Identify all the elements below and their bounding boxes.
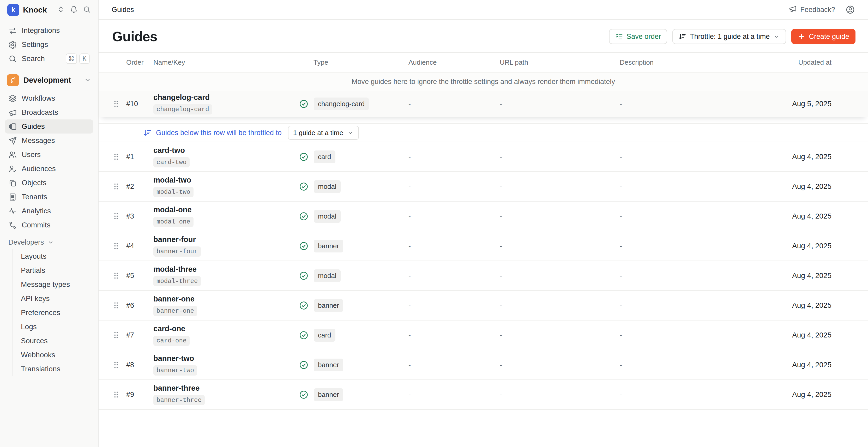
sidebar-item-users[interactable]: Users bbox=[5, 148, 93, 162]
sidebar-item-label: Workflows bbox=[22, 94, 55, 102]
drag-handle-icon[interactable] bbox=[112, 242, 126, 250]
notifications-icon[interactable] bbox=[70, 5, 78, 14]
environment-switcher[interactable]: Development bbox=[5, 72, 93, 88]
sidebar-item-preferences[interactable]: Preferences bbox=[13, 306, 93, 320]
guide-description: - bbox=[616, 100, 782, 108]
building-icon bbox=[8, 193, 17, 201]
sidebar-item-message-types[interactable]: Message types bbox=[13, 278, 93, 292]
save-order-button[interactable]: Save order bbox=[609, 29, 667, 44]
drag-handle-icon[interactable] bbox=[112, 331, 126, 340]
active-status-check-icon bbox=[299, 301, 309, 310]
sidebar-item-label: Tenants bbox=[22, 193, 47, 201]
guide-order: #1 bbox=[126, 153, 151, 161]
guide-row-banner-three[interactable]: #9banner-threebanner-threebanner---Aug 4… bbox=[99, 380, 868, 410]
throttle-divider-dropdown[interactable]: 1 guide at a time bbox=[288, 126, 359, 140]
guide-url-path: - bbox=[496, 331, 616, 339]
drag-handle-icon[interactable] bbox=[112, 390, 126, 399]
guide-updated-at: Aug 4, 2025 bbox=[792, 242, 832, 250]
create-guide-button[interactable]: Create guide bbox=[791, 29, 856, 44]
guide-updated-at: Aug 5, 2025 bbox=[792, 100, 832, 108]
guide-key-badge: modal-one bbox=[153, 217, 193, 227]
guide-name-cell: modal-twomodal-two bbox=[151, 176, 299, 197]
copy-icon bbox=[8, 179, 17, 187]
guide-order: #3 bbox=[126, 212, 151, 220]
guide-description: - bbox=[616, 272, 782, 280]
guide-row-modal-one[interactable]: #3modal-onemodal-onemodal---Aug 4, 2025 bbox=[99, 201, 868, 231]
guide-url-path: - bbox=[496, 272, 616, 280]
guides-page: Guides Save order Throttle: 1 guide at a… bbox=[99, 20, 868, 447]
guide-audience: - bbox=[404, 100, 496, 108]
workspace-name[interactable]: Knock bbox=[23, 5, 53, 14]
guide-type-badge: modal bbox=[314, 180, 341, 193]
drag-handle-icon[interactable] bbox=[112, 360, 126, 369]
sidebar-item-settings[interactable]: Settings bbox=[5, 37, 93, 52]
sidebar-item-label: Broadcasts bbox=[22, 108, 58, 117]
create-guide-label: Create guide bbox=[809, 33, 849, 41]
guide-description: - bbox=[616, 183, 782, 191]
sidebar-item-integrations[interactable]: Integrations bbox=[5, 24, 93, 37]
feedback-button[interactable]: Feedback? bbox=[789, 5, 835, 14]
sidebar-item-workflows[interactable]: Workflows bbox=[5, 91, 93, 105]
drag-handle-icon[interactable] bbox=[112, 301, 126, 310]
guide-row-banner-two[interactable]: #8banner-twobanner-twobanner---Aug 4, 20… bbox=[99, 350, 868, 380]
guide-updated-at: Aug 4, 2025 bbox=[792, 331, 832, 339]
sidebar-item-label: Message types bbox=[21, 280, 70, 289]
account-menu-button[interactable] bbox=[845, 5, 855, 14]
guide-name-cell: banner-onebanner-one bbox=[151, 295, 299, 316]
guide-row-banner-four[interactable]: #4banner-fourbanner-fourbanner---Aug 4, … bbox=[99, 231, 868, 261]
key-cap: ⌘ bbox=[66, 54, 77, 64]
guide-row-modal-two[interactable]: #2modal-twomodal-twomodal---Aug 4, 2025 bbox=[99, 172, 868, 201]
guide-order: #2 bbox=[126, 183, 151, 191]
drag-handle-icon[interactable] bbox=[112, 212, 126, 221]
sidebar-item-label: Translations bbox=[21, 365, 60, 373]
guide-row-banner-one[interactable]: #6banner-onebanner-onebanner---Aug 4, 20… bbox=[99, 291, 868, 321]
sidebar-item-search[interactable]: Search⌘K bbox=[5, 52, 93, 66]
sidebar-item-messages[interactable]: Messages bbox=[5, 133, 93, 148]
sidebar-item-broadcasts[interactable]: Broadcasts bbox=[5, 105, 93, 120]
sidebar-item-translations[interactable]: Translations bbox=[13, 362, 93, 376]
sidebar-item-commits[interactable]: Commits bbox=[5, 218, 93, 232]
sidebar-item-label: Analytics bbox=[22, 207, 51, 215]
sidebar-item-audiences[interactable]: Audiences bbox=[5, 162, 93, 176]
drag-handle-icon[interactable] bbox=[112, 99, 126, 108]
sidebar-item-sources[interactable]: Sources bbox=[13, 334, 93, 348]
guide-type-badge: modal bbox=[314, 269, 341, 282]
guide-row-card-two[interactable]: #1card-twocard-twocard---Aug 4, 2025 bbox=[99, 142, 868, 172]
sidebar-item-logs[interactable]: Logs bbox=[13, 320, 93, 334]
guide-row-modal-three[interactable]: #5modal-threemodal-threemodal---Aug 4, 2… bbox=[99, 261, 868, 291]
workflows-icon bbox=[8, 94, 17, 103]
active-status-check-icon bbox=[299, 99, 309, 109]
sidebar-item-label: Messages bbox=[22, 136, 55, 145]
guide-row-changelog-card[interactable]: #10changelog-cardchangelog-cardchangelog… bbox=[99, 91, 868, 117]
workspace-switcher-icon[interactable] bbox=[57, 5, 65, 14]
developers-section-toggle[interactable]: Developers bbox=[5, 235, 93, 249]
sidebar-item-api-keys[interactable]: API keys bbox=[13, 292, 93, 306]
search-icon[interactable] bbox=[83, 5, 91, 14]
drag-handle-icon[interactable] bbox=[112, 152, 126, 161]
sidebar-item-tenants[interactable]: Tenants bbox=[5, 190, 93, 204]
app-root: k Knock IntegrationsSettingsSearch⌘K Dev… bbox=[0, 0, 868, 447]
sidebar-item-layouts[interactable]: Layouts bbox=[13, 249, 93, 263]
throttle-settings-button[interactable]: Throttle: 1 guide at a time bbox=[672, 29, 786, 44]
guide-updated-at: Aug 4, 2025 bbox=[792, 153, 832, 161]
sidebar-item-objects[interactable]: Objects bbox=[5, 176, 93, 190]
sidebar-item-webhooks[interactable]: Webhooks bbox=[13, 348, 93, 362]
guide-row-card-one[interactable]: #7card-onecard-onecard---Aug 4, 2025 bbox=[99, 321, 868, 350]
guide-name-cell: modal-onemodal-one bbox=[151, 205, 299, 227]
guide-type-cell: card bbox=[299, 151, 404, 163]
column-header-updated-at: Updated at bbox=[798, 58, 832, 66]
sidebar-item-analytics[interactable]: Analytics bbox=[5, 204, 93, 218]
page-title: Guides bbox=[112, 29, 157, 44]
active-status-check-icon bbox=[299, 182, 309, 191]
guide-type-cell: card bbox=[299, 329, 404, 342]
guide-type-cell: changelog-card bbox=[299, 98, 404, 110]
guide-url-path: - bbox=[496, 391, 616, 399]
guide-updated-at: Aug 4, 2025 bbox=[792, 301, 832, 310]
guide-type-badge: card bbox=[314, 151, 335, 163]
drag-handle-icon[interactable] bbox=[112, 182, 126, 191]
sidebar-item-partials[interactable]: Partials bbox=[13, 263, 93, 278]
drag-handle-icon[interactable] bbox=[112, 271, 126, 280]
sidebar-item-guides[interactable]: Guides bbox=[5, 120, 93, 133]
guides-table: OrderName/KeyTypeAudienceURL pathDescrip… bbox=[99, 52, 868, 410]
sort-descending-icon bbox=[679, 33, 686, 40]
